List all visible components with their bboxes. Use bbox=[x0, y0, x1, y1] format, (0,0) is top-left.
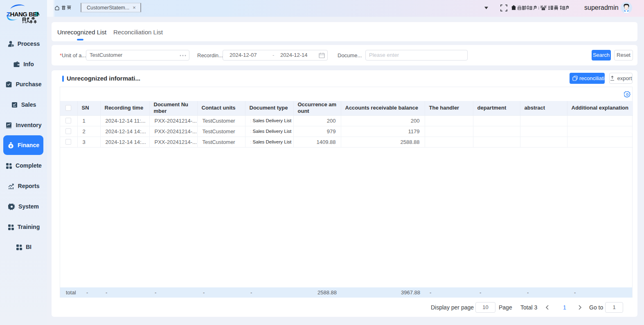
svg-text:Z: Z bbox=[7, 11, 10, 18]
svg-text:ZHANG BEN: ZHANG BEN bbox=[7, 11, 39, 18]
